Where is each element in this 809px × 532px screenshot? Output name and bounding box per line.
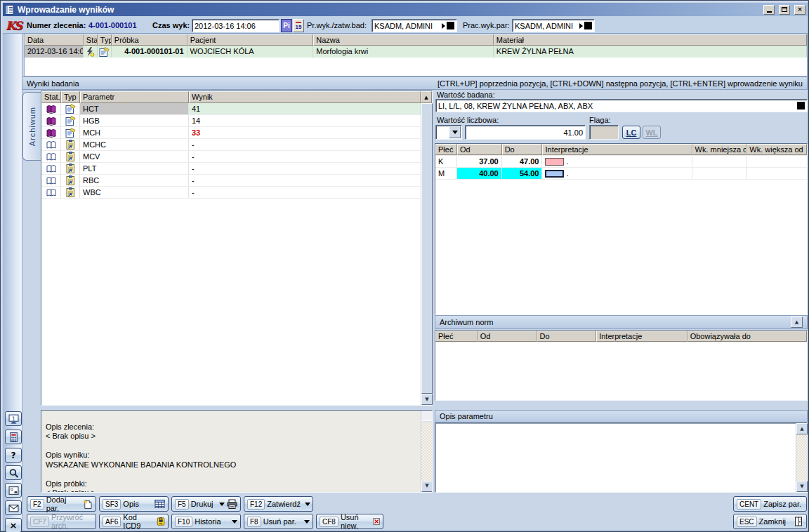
close-button[interactable]: × bbox=[794, 5, 805, 15]
scrollbar-thumb[interactable] bbox=[421, 103, 433, 394]
norm-interpretation: . bbox=[542, 156, 692, 167]
executor-combo[interactable]: KSADM, ADMINI bbox=[371, 19, 457, 32]
cf8-delete-unapproved-button[interactable]: CF8 Usuń niew. bbox=[316, 514, 383, 529]
col-nazwa: Nazwa bbox=[313, 34, 494, 46]
scroll-up-icon[interactable]: ▲ bbox=[421, 91, 432, 103]
calendar-button[interactable]: 15 bbox=[293, 19, 304, 32]
sample-material: KREW ŻYLNA PEŁNA bbox=[494, 46, 807, 58]
unit-combo[interactable] bbox=[435, 125, 462, 140]
scroll-up-icon[interactable]: ▲ bbox=[796, 423, 808, 434]
param-row-mcv[interactable]: MCV - bbox=[41, 151, 432, 163]
parameters-scrollbar[interactable]: ▼ bbox=[421, 103, 432, 405]
combo-arrow-icon[interactable] bbox=[442, 23, 445, 29]
sample-patient: WOJCIECH KÓLA bbox=[188, 46, 314, 58]
flag-input bbox=[589, 125, 619, 140]
calculator-button[interactable] bbox=[5, 430, 22, 444]
param-desc-area[interactable]: ▲ ▼ bbox=[435, 423, 808, 493]
col-typ: Typ bbox=[61, 91, 80, 103]
norm-row-k[interactable]: K 37.00 47.00 . bbox=[435, 156, 807, 168]
tab-archiwum[interactable]: Archiwum bbox=[22, 92, 41, 161]
mail-button[interactable] bbox=[5, 500, 22, 515]
clipboard-icon bbox=[65, 152, 76, 161]
minimize-button[interactable] bbox=[763, 5, 775, 15]
help-button[interactable]: ? bbox=[5, 448, 22, 463]
question-icon: ? bbox=[11, 451, 16, 460]
f2-add-param-button[interactable]: F2 Dodaj par. bbox=[27, 496, 96, 512]
tested-value-input[interactable]: LI, L/L, 08, KREW ŻYLNA PEŁNA, ABX, ABX bbox=[435, 99, 808, 112]
col-typ: Typ bbox=[98, 34, 112, 46]
window-title: Wprowadzanie wyników bbox=[18, 5, 759, 15]
order-number-label: Numer zlecenia: bbox=[27, 21, 86, 29]
scroll-down-icon[interactable]: ▼ bbox=[421, 481, 433, 492]
param-worker-combo[interactable]: KSADM, ADMINI bbox=[512, 19, 595, 32]
f12-approve-button[interactable]: F12 Zatwierdź bbox=[244, 496, 313, 512]
col-stat: Stat. bbox=[84, 34, 98, 46]
book-outline-icon bbox=[46, 164, 56, 173]
param-row-mch[interactable]: MCH 33 bbox=[41, 127, 432, 139]
value-picker-icon[interactable] bbox=[797, 102, 805, 109]
exit-door-icon bbox=[794, 517, 803, 526]
col-material: Materiał bbox=[494, 34, 807, 46]
col-od: Od bbox=[457, 144, 502, 155]
param-row-hgb[interactable]: HGB 14 bbox=[41, 115, 432, 127]
numeric-value-input[interactable]: 41.00 bbox=[465, 125, 586, 140]
x-icon: × bbox=[10, 520, 18, 531]
cancel-button[interactable]: × bbox=[5, 518, 22, 532]
f5-print-button[interactable]: F5 Drukuj bbox=[171, 496, 241, 512]
sample-number: 4-001-000101-01 bbox=[112, 46, 188, 58]
clipboard-icon bbox=[65, 175, 76, 185]
combo-arrow-icon[interactable] bbox=[579, 23, 583, 29]
param-row-mchc[interactable]: MCHC - bbox=[41, 139, 432, 151]
sf3-description-button[interactable]: SF3 Opis bbox=[99, 496, 169, 512]
param-row-rbc[interactable]: RBC - bbox=[41, 175, 432, 187]
combo-picker-icon[interactable] bbox=[447, 22, 454, 29]
magnifier-icon bbox=[8, 468, 19, 478]
color-swatch-pink bbox=[545, 158, 564, 166]
combo-picker-icon[interactable] bbox=[584, 22, 592, 29]
new-page-icon bbox=[83, 499, 93, 510]
pi-button[interactable]: Pi bbox=[281, 19, 292, 32]
param-row-plt[interactable]: PLT - bbox=[41, 163, 432, 175]
sample-row[interactable]: 2012-03-16 14:06 4-001-000101-01 WOJCIEC… bbox=[25, 46, 807, 58]
search-button[interactable] bbox=[5, 465, 22, 480]
param-value: 14 bbox=[189, 115, 421, 126]
chevron-down-icon[interactable] bbox=[305, 503, 310, 506]
scroll-down-icon[interactable]: ▼ bbox=[421, 394, 433, 405]
param-name: MCV bbox=[80, 151, 189, 162]
chevron-down-icon[interactable] bbox=[304, 520, 310, 524]
param-row-hct[interactable]: HCT 41 bbox=[41, 103, 432, 115]
scroll-down-icon[interactable]: ▼ bbox=[796, 481, 808, 492]
monitor-icon bbox=[8, 414, 19, 424]
af6-icd9-button[interactable]: AF6 Kod ICD9 bbox=[99, 514, 169, 529]
exec-time-input[interactable]: 2012-03-16 14:06 bbox=[192, 19, 279, 32]
f8-delete-param-button[interactable]: F8 Usuń par. bbox=[244, 514, 313, 529]
book-outline-icon bbox=[46, 140, 56, 149]
col-wk-wieksza: Wk. większa od bbox=[746, 144, 807, 155]
f10-history-button[interactable]: F10 Historia bbox=[171, 514, 241, 529]
monitor-button[interactable] bbox=[5, 411, 22, 426]
chevron-down-icon[interactable] bbox=[219, 503, 225, 506]
col-plec: Płeć bbox=[435, 144, 457, 155]
param-value: 41 bbox=[189, 103, 421, 114]
dropdown-button[interactable] bbox=[449, 126, 461, 138]
order-number-value: 4-001-000101 bbox=[88, 21, 137, 29]
param-row-wbc[interactable]: WBC - bbox=[41, 187, 432, 199]
chevron-down-icon[interactable] bbox=[232, 520, 237, 524]
param-desc-scrollbar[interactable]: ▲ ▼ bbox=[796, 423, 807, 492]
col-od: Od bbox=[478, 331, 537, 342]
book-filled-icon bbox=[46, 105, 56, 114]
memo-scrollbar[interactable]: ▲ ▼ bbox=[421, 411, 432, 492]
note-icon bbox=[65, 104, 76, 114]
clipboard-icon bbox=[65, 164, 76, 173]
grid-icon bbox=[154, 499, 165, 509]
order-description-memo[interactable]: Opis zlecenia: < Brak opisu > Opis wynik… bbox=[41, 410, 433, 493]
lc-button[interactable]: LC bbox=[622, 126, 640, 139]
maximize-button[interactable] bbox=[779, 5, 790, 15]
col-obowiazywala: Obowiązywała do bbox=[688, 331, 807, 342]
preview-button[interactable] bbox=[5, 483, 22, 498]
collapse-up-icon[interactable]: ▲ bbox=[791, 317, 803, 328]
cent-save-param-button[interactable]: CENT Zapisz par. bbox=[733, 496, 807, 512]
norm-row-m[interactable]: M 40.00 54.00 . bbox=[435, 168, 807, 180]
esc-close-button[interactable]: ESC Zamknij bbox=[733, 514, 807, 529]
sample-test-name: Morfologia krwi bbox=[313, 46, 494, 58]
